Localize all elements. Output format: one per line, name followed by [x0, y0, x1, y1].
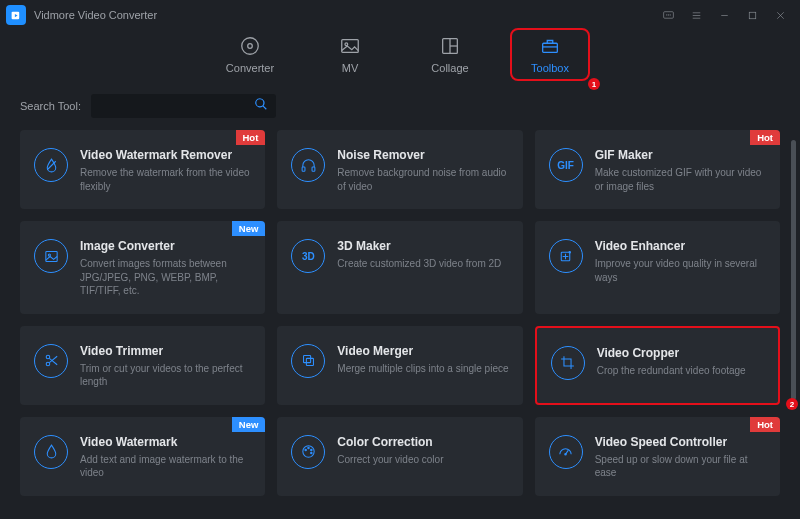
svg-point-40 — [565, 454, 566, 455]
svg-point-29 — [46, 362, 50, 366]
card-video-merger[interactable]: Video Merger Merge multiple clips into a… — [277, 326, 522, 405]
menu-icon[interactable] — [682, 4, 710, 26]
svg-rect-9 — [749, 12, 756, 19]
water-drop-icon — [34, 148, 68, 182]
card-video-trimmer[interactable]: Video Trimmer Trim or cut your videos to… — [20, 326, 265, 405]
tab-label: MV — [310, 62, 390, 74]
scrollbar[interactable] — [791, 140, 796, 400]
card-video-watermark[interactable]: New Video Watermark Add text and image w… — [20, 417, 265, 496]
card-noise-remover[interactable]: Noise Remover Remove background noise fr… — [277, 130, 522, 209]
tab-label: Collage — [410, 62, 490, 74]
badge-new: New — [232, 417, 266, 432]
card-title: Video Cropper — [597, 346, 764, 360]
card-desc: Correct your video color — [337, 453, 508, 467]
svg-point-37 — [310, 452, 311, 453]
svg-point-4 — [669, 14, 670, 15]
badge-hot: Hot — [750, 417, 780, 432]
tab-label: Converter — [210, 62, 290, 74]
tab-converter[interactable]: Converter — [210, 33, 290, 76]
search-icon[interactable] — [254, 97, 268, 115]
badge-hot: Hot — [750, 130, 780, 145]
card-image-converter[interactable]: New Image Converter Convert images forma… — [20, 221, 265, 314]
feedback-icon[interactable] — [654, 4, 682, 26]
card-desc: Merge multiple clips into a single piece — [337, 362, 508, 376]
svg-rect-32 — [303, 356, 310, 363]
gif-icon: GIF — [549, 148, 583, 182]
tab-collage[interactable]: Collage — [410, 33, 490, 76]
badge-hot: Hot — [236, 130, 266, 145]
tab-mv[interactable]: MV — [310, 33, 390, 76]
card-desc: Convert images formats between JPG/JPEG,… — [80, 257, 251, 298]
tool-grid: Hot Video Watermark Remover Remove the w… — [20, 130, 780, 496]
annotation-marker: 1 — [588, 78, 600, 90]
svg-rect-23 — [312, 166, 315, 170]
card-title: Noise Remover — [337, 148, 508, 162]
search-box[interactable] — [91, 94, 276, 118]
svg-point-2 — [666, 14, 667, 15]
svg-point-15 — [345, 43, 348, 46]
maximize-icon[interactable] — [738, 4, 766, 26]
card-title: 3D Maker — [337, 239, 508, 253]
titlebar: Vidmore Video Converter — [0, 0, 800, 30]
svg-rect-22 — [302, 166, 305, 170]
water-drop-icon — [34, 435, 68, 469]
svg-rect-33 — [306, 358, 313, 365]
card-title: Video Trimmer — [80, 344, 251, 358]
svg-point-25 — [48, 254, 50, 256]
card-3d-maker[interactable]: 3D 3D Maker Create customized 3D video f… — [277, 221, 522, 314]
crop-icon — [551, 346, 585, 380]
card-title: Image Converter — [80, 239, 251, 253]
scissors-icon — [34, 344, 68, 378]
svg-point-35 — [308, 447, 309, 448]
card-title: Video Watermark Remover — [80, 148, 251, 162]
card-video-enhancer[interactable]: Video Enhancer Improve your video qualit… — [535, 221, 780, 314]
main-tabs: Converter MV Collage Toolbox 1 — [0, 30, 800, 86]
svg-point-12 — [242, 38, 259, 55]
picture-icon — [34, 239, 68, 273]
card-title: Video Speed Controller — [595, 435, 766, 449]
close-icon[interactable] — [766, 4, 794, 26]
card-desc: Remove background noise from audio of vi… — [337, 166, 508, 193]
minimize-icon[interactable] — [710, 4, 738, 26]
card-gif-maker[interactable]: Hot GIF GIF Maker Make customized GIF wi… — [535, 130, 780, 209]
app-title: Vidmore Video Converter — [34, 9, 157, 21]
card-title: GIF Maker — [595, 148, 766, 162]
toolbox-icon — [512, 33, 588, 59]
card-color-correction[interactable]: Color Correction Correct your video colo… — [277, 417, 522, 496]
three-d-icon: 3D — [291, 239, 325, 273]
image-icon — [310, 33, 390, 59]
sparkle-icon — [549, 239, 583, 273]
card-desc: Add text and image watermark to the vide… — [80, 453, 251, 480]
tab-label: Toolbox — [512, 62, 588, 74]
svg-rect-14 — [342, 40, 359, 53]
svg-point-3 — [668, 14, 669, 15]
card-title: Color Correction — [337, 435, 508, 449]
card-desc: Remove the watermark from the video flex… — [80, 166, 251, 193]
gauge-icon — [549, 435, 583, 469]
headphone-icon — [291, 148, 325, 182]
badge-new: New — [232, 221, 266, 236]
card-title: Video Merger — [337, 344, 508, 358]
svg-point-36 — [310, 449, 311, 450]
svg-point-27 — [569, 251, 570, 252]
tab-toolbox[interactable]: Toolbox 1 — [510, 28, 590, 81]
annotation-marker: 2 — [786, 398, 798, 410]
card-video-watermark-remover[interactable]: Hot Video Watermark Remover Remove the w… — [20, 130, 265, 209]
card-video-speed-controller[interactable]: Hot Video Speed Controller Speed up or s… — [535, 417, 780, 496]
card-desc: Make customized GIF with your video or i… — [595, 166, 766, 193]
card-title: Video Watermark — [80, 435, 251, 449]
svg-point-38 — [305, 449, 306, 450]
search-input[interactable] — [99, 100, 254, 112]
card-video-cropper[interactable]: Video Cropper Crop the redundant video f… — [535, 326, 780, 405]
svg-rect-19 — [543, 43, 558, 52]
svg-line-21 — [47, 161, 56, 170]
svg-rect-24 — [45, 251, 56, 261]
card-desc: Speed up or slow down your file at ease — [595, 453, 766, 480]
search-row: Search Tool: — [0, 86, 800, 130]
palette-icon — [291, 435, 325, 469]
card-title: Video Enhancer — [595, 239, 766, 253]
card-desc: Improve your video quality in several wa… — [595, 257, 766, 284]
collage-icon — [410, 33, 490, 59]
search-label: Search Tool: — [20, 100, 81, 112]
card-desc: Trim or cut your videos to the perfect l… — [80, 362, 251, 389]
